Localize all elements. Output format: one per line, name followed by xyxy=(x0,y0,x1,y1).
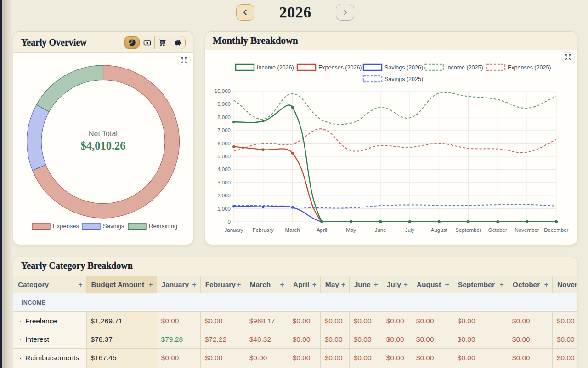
svg-text:8,000: 8,000 xyxy=(217,115,231,120)
svg-text:0: 0 xyxy=(228,219,231,224)
svg-text:Expenses (2025): Expenses (2025) xyxy=(508,64,551,71)
svg-text:Remaining: Remaining xyxy=(149,223,177,230)
svg-text:September: September xyxy=(455,227,481,233)
svg-text:9,000: 9,000 xyxy=(217,101,231,107)
svg-text:Income (2025): Income (2025) xyxy=(446,64,483,71)
svg-text:3,000: 3,000 xyxy=(217,180,231,185)
svg-text:May: May xyxy=(346,227,356,233)
svg-text:February: February xyxy=(253,227,274,233)
svg-text:$4,010.26: $4,010.26 xyxy=(81,139,126,152)
svg-text:Savings (2026): Savings (2026) xyxy=(384,64,423,71)
svg-text:2,000: 2,000 xyxy=(217,193,231,198)
svg-text:6,000: 6,000 xyxy=(217,141,231,146)
svg-text:5,000: 5,000 xyxy=(217,154,231,159)
svg-text:Income (2026): Income (2026) xyxy=(257,64,294,71)
svg-text:December: December xyxy=(544,227,568,233)
svg-text:7,000: 7,000 xyxy=(217,127,231,133)
svg-text:June: June xyxy=(375,227,386,233)
svg-text:August: August xyxy=(431,227,448,233)
svg-text:Savings: Savings xyxy=(103,223,124,230)
svg-text:July: July xyxy=(405,227,415,233)
svg-text:April: April xyxy=(317,227,327,233)
svg-text:March: March xyxy=(285,227,300,233)
svg-text:Expenses: Expenses xyxy=(53,223,79,230)
svg-text:Net Total: Net Total xyxy=(89,130,118,138)
svg-text:October: October xyxy=(488,227,507,233)
svg-text:January: January xyxy=(225,227,243,233)
svg-text:1,000: 1,000 xyxy=(217,206,231,212)
svg-text:Expenses (2026): Expenses (2026) xyxy=(318,64,362,71)
svg-text:10,000: 10,000 xyxy=(215,88,231,94)
svg-text:November: November xyxy=(515,227,539,233)
svg-text:4,000: 4,000 xyxy=(217,167,231,172)
svg-text:Savings (2025): Savings (2025) xyxy=(384,76,423,82)
